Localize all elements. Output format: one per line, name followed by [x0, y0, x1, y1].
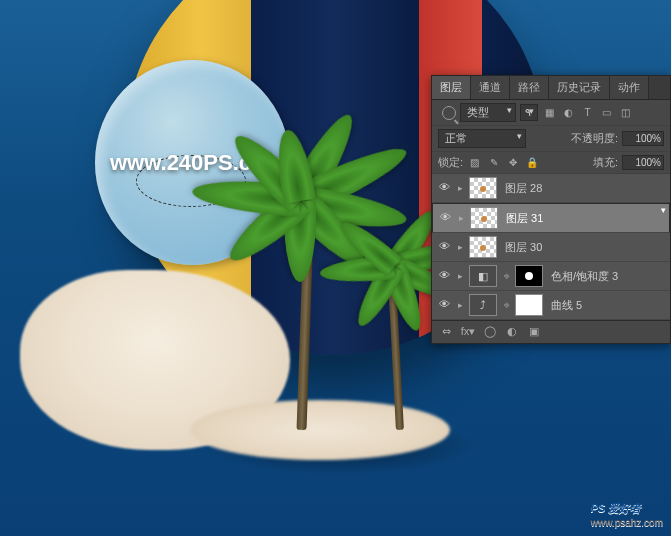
brand-name: PS 爱好者	[591, 502, 642, 514]
lock-pixels-icon[interactable]: ✎	[486, 155, 501, 170]
adjustment-thumbnail[interactable]: ◧	[469, 265, 497, 287]
tab-layers[interactable]: 图层	[432, 76, 471, 99]
panel-tabs: 图层 通道 路径 历史记录 动作	[432, 76, 670, 100]
layer-fx-icon[interactable]: fx▾	[460, 325, 476, 339]
expand-icon[interactable]: ▸	[455, 300, 465, 310]
tab-actions[interactable]: 动作	[610, 76, 649, 99]
layer-row[interactable]: 👁 ▸ ⤴ ⎆ 曲线 5	[432, 291, 670, 320]
layer-row[interactable]: 👁 ▸ 图层 28	[432, 174, 670, 203]
layer-row[interactable]: 👁 ▸ ◧ ⎆ 色相/饱和度 3	[432, 262, 670, 291]
tab-channels[interactable]: 通道	[471, 76, 510, 99]
fill-label: 填充:	[593, 155, 618, 170]
layer-thumbnail[interactable]	[470, 207, 498, 229]
lock-transparent-icon[interactable]: ▨	[467, 155, 482, 170]
fill-input[interactable]	[622, 155, 664, 170]
lock-label: 锁定:	[438, 155, 463, 170]
new-adjustment-icon[interactable]: ◐	[504, 325, 520, 339]
filter-row: 类型 ٩ ▦ ◐ T ▭ ◫	[432, 100, 670, 126]
brand-url: www.psahz.com	[591, 517, 663, 528]
adjustment-thumbnail[interactable]: ⤴	[469, 294, 497, 316]
layer-mask[interactable]	[515, 265, 543, 287]
expand-icon[interactable]: ▸	[455, 271, 465, 281]
filter-smart-icon[interactable]: ◫	[618, 105, 633, 120]
visibility-toggle[interactable]: 👁	[438, 211, 452, 225]
sand-ground	[190, 400, 450, 460]
filter-dropdown[interactable]: ٩	[520, 104, 538, 121]
search-icon[interactable]	[442, 106, 456, 120]
layer-name[interactable]: 图层 28	[501, 181, 665, 196]
expand-icon[interactable]: ▸	[456, 213, 466, 223]
link-icon: ⎆	[501, 271, 511, 281]
filter-pixel-icon[interactable]: ▦	[542, 105, 557, 120]
layer-thumbnail[interactable]	[469, 177, 497, 199]
layer-mask[interactable]	[515, 294, 543, 316]
panel-bottom-bar: ⇔ fx▾ ◯ ◐ ▣	[432, 320, 670, 343]
tab-paths[interactable]: 路径	[510, 76, 549, 99]
filter-adjust-icon[interactable]: ◐	[561, 105, 576, 120]
blend-mode-select[interactable]: 正常	[438, 129, 526, 148]
tab-history[interactable]: 历史记录	[549, 76, 610, 99]
visibility-toggle[interactable]: 👁	[437, 181, 451, 195]
filter-type-icon[interactable]: T	[580, 105, 595, 120]
filter-kind-select[interactable]: 类型	[460, 103, 516, 122]
filter-shape-icon[interactable]: ▭	[599, 105, 614, 120]
expand-icon[interactable]: ▸	[455, 183, 465, 193]
new-group-icon[interactable]: ▣	[526, 325, 542, 339]
layer-name[interactable]: 图层 31	[502, 211, 664, 226]
lock-all-icon[interactable]: 🔒	[524, 155, 539, 170]
opacity-input[interactable]	[622, 131, 664, 146]
layers-list: 👁 ▸ 图层 28 👁 ▸ 图层 31 👁 ▸ 图层 30 👁 ▸ ◧ ⎆ 色相…	[432, 174, 670, 320]
visibility-toggle[interactable]: 👁	[437, 298, 451, 312]
link-icon: ⎆	[501, 300, 511, 310]
blend-row: 正常 不透明度:	[432, 126, 670, 152]
opacity-label: 不透明度:	[571, 131, 618, 146]
visibility-toggle[interactable]: 👁	[437, 269, 451, 283]
lock-row: 锁定: ▨ ✎ ✥ 🔒 填充:	[432, 152, 670, 174]
layer-row[interactable]: 👁 ▸ 图层 30	[432, 233, 670, 262]
lock-position-icon[interactable]: ✥	[505, 155, 520, 170]
layer-name[interactable]: 色相/饱和度 3	[547, 269, 665, 284]
layers-panel: 图层 通道 路径 历史记录 动作 类型 ٩ ▦ ◐ T ▭ ◫ 正常 不透明度:…	[431, 75, 671, 344]
site-brand: PS 爱好者 www.psahz.com	[591, 496, 663, 528]
add-mask-icon[interactable]: ◯	[482, 325, 498, 339]
expand-icon[interactable]: ▸	[455, 242, 465, 252]
layer-name[interactable]: 曲线 5	[547, 298, 665, 313]
visibility-toggle[interactable]: 👁	[437, 240, 451, 254]
link-layers-icon[interactable]: ⇔	[438, 325, 454, 339]
layer-name[interactable]: 图层 30	[501, 240, 665, 255]
layer-thumbnail[interactable]	[469, 236, 497, 258]
layer-row[interactable]: 👁 ▸ 图层 31	[432, 203, 670, 233]
